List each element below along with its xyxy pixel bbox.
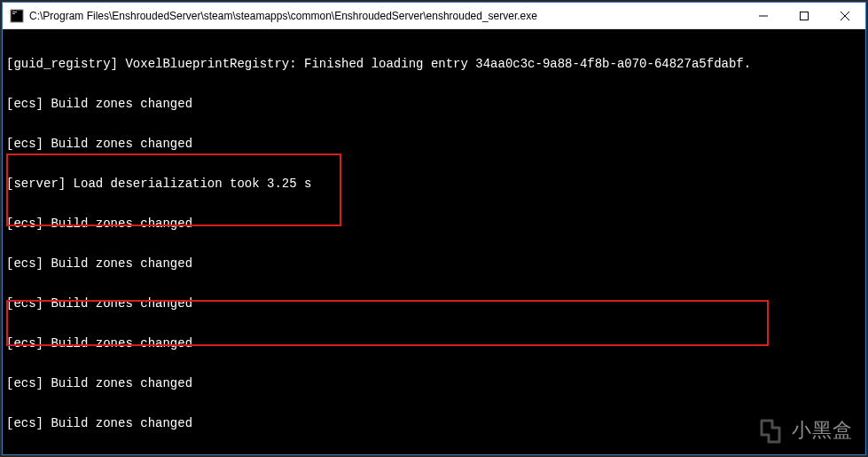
log-line: [ecs] Build zones changed <box>6 337 862 351</box>
close-button[interactable] <box>825 3 865 28</box>
log-line: [ecs] Build zones changed <box>6 417 862 430</box>
svg-rect-1 <box>12 12 17 12</box>
log-line: [ecs] Build zones changed <box>6 257 862 271</box>
app-icon <box>10 9 24 23</box>
log-line: [ecs] Build zones changed <box>6 297 862 311</box>
console-output[interactable]: [guid_registry] VoxelBlueprintRegistry: … <box>3 29 865 454</box>
log-line: [ecs] Build zones changed <box>6 377 862 390</box>
log-line: [ecs] Build zones changed <box>6 217 862 231</box>
titlebar[interactable]: C:\Program Files\EnshroudedServer\steam\… <box>3 3 865 29</box>
window-controls <box>743 3 865 28</box>
log-line: [server] Load deserialization took 3.25 … <box>6 177 862 191</box>
svg-rect-2 <box>12 13 15 14</box>
log-line: [guid_registry] VoxelBlueprintRegistry: … <box>6 58 862 71</box>
maximize-button[interactable] <box>784 3 825 28</box>
log-line: [ecs] Build zones changed <box>6 138 862 151</box>
window-title: C:\Program Files\EnshroudedServer\steam\… <box>29 10 743 22</box>
svg-rect-4 <box>801 12 809 20</box>
minimize-button[interactable] <box>743 3 784 28</box>
log-line: [ecs] Build zones changed <box>6 98 862 111</box>
console-window: C:\Program Files\EnshroudedServer\steam\… <box>2 2 866 455</box>
